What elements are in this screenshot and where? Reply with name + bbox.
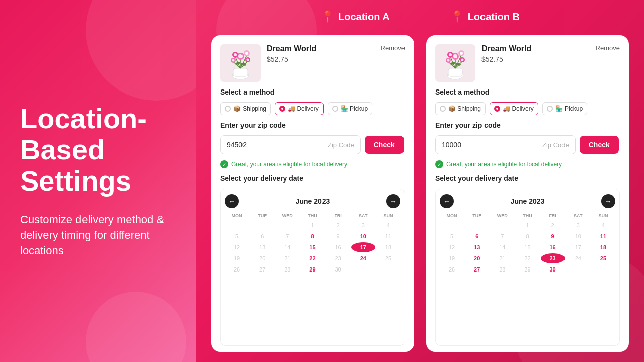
cal-day[interactable]: 26: [225, 264, 249, 275]
cal-day[interactable]: 10: [566, 231, 590, 241]
method-pickup-b[interactable]: 🏪 Pickup: [542, 102, 587, 115]
cal-day[interactable]: 14: [275, 242, 299, 252]
cal-day[interactable]: 26: [440, 264, 464, 275]
cal-day[interactable]: 17: [351, 242, 375, 252]
cal-day[interactable]: 27: [465, 264, 489, 275]
cal-day[interactable]: 25: [376, 253, 400, 263]
cal-day[interactable]: 12: [225, 242, 249, 252]
method-shipping-b[interactable]: 📦 Shipping: [435, 102, 486, 115]
cal-day[interactable]: 3: [351, 220, 375, 230]
cal-day[interactable]: 13: [465, 242, 489, 252]
cal-next-a[interactable]: →: [386, 194, 400, 208]
cal-day[interactable]: 25: [591, 253, 615, 263]
cal-day[interactable]: 4: [376, 220, 400, 230]
location-a-tab[interactable]: 📍 Location A: [290, 6, 420, 27]
remove-link-b[interactable]: Remove: [596, 44, 620, 52]
cal-day[interactable]: 5: [440, 231, 464, 241]
cal-day[interactable]: 9: [541, 231, 565, 241]
cal-day[interactable]: 27: [250, 264, 274, 275]
zip-wrapper-a: Zip Code Check: [220, 135, 405, 154]
method-delivery-label-b: 🚚 Delivery: [503, 105, 534, 112]
eligible-text-b: Great, your area is eligible for local d…: [446, 161, 562, 168]
cal-day[interactable]: 20: [250, 253, 274, 263]
cal-day[interactable]: 11: [376, 231, 400, 241]
delivery-date-label-a: Select your delivery date: [220, 174, 405, 183]
cal-day[interactable]: 24: [351, 253, 375, 263]
cal-day[interactable]: 8: [300, 231, 325, 241]
remove-link-a[interactable]: Remove: [381, 44, 405, 52]
cal-day[interactable]: 16: [541, 242, 565, 252]
cal-next-b[interactable]: →: [601, 194, 615, 208]
cal-day[interactable]: 7: [275, 231, 299, 241]
cal-day[interactable]: [591, 264, 615, 275]
cal-day[interactable]: 28: [275, 264, 299, 275]
cal-day[interactable]: 2: [326, 220, 350, 230]
zip-input-a[interactable]: [221, 136, 321, 154]
cal-day[interactable]: 3: [566, 220, 590, 230]
cal-day[interactable]: 10: [351, 231, 375, 241]
method-shipping-a[interactable]: 📦 Shipping: [220, 102, 271, 115]
cal-day[interactable]: [225, 220, 249, 230]
cal-prev-b[interactable]: ←: [440, 194, 454, 208]
cal-day[interactable]: 29: [515, 264, 539, 275]
method-pickup-a[interactable]: 🏪 Pickup: [328, 102, 372, 115]
cal-day[interactable]: 4: [591, 220, 615, 230]
cal-day[interactable]: 12: [440, 242, 464, 252]
cal-day[interactable]: 17: [566, 242, 590, 252]
cal-day[interactable]: 7: [490, 231, 514, 241]
cal-day[interactable]: [351, 264, 375, 275]
cal-day[interactable]: 6: [465, 231, 489, 241]
cal-day[interactable]: 15: [300, 242, 325, 252]
cal-day[interactable]: [250, 220, 274, 230]
cal-day[interactable]: 1: [515, 220, 539, 230]
method-delivery-a[interactable]: 🚚 Delivery: [275, 102, 324, 115]
cal-day[interactable]: 1: [300, 220, 325, 230]
cal-dow: WED: [275, 212, 299, 219]
cal-day[interactable]: [465, 220, 489, 230]
cal-day[interactable]: 20: [465, 253, 489, 263]
cal-day[interactable]: 19: [225, 253, 249, 263]
cal-day[interactable]: 24: [566, 253, 590, 263]
cal-day[interactable]: 15: [515, 242, 539, 252]
cal-day[interactable]: 6: [250, 231, 274, 241]
cal-day[interactable]: [566, 264, 590, 275]
cal-dow: MON: [440, 212, 464, 219]
svg-point-13: [245, 52, 248, 55]
cal-day[interactable]: 2: [541, 220, 565, 230]
cal-day[interactable]: 18: [376, 242, 400, 252]
cal-dow: FRI: [326, 212, 350, 219]
cal-day[interactable]: [490, 220, 514, 230]
cal-day[interactable]: 13: [250, 242, 274, 252]
cal-day[interactable]: 29: [300, 264, 325, 275]
cal-day[interactable]: 9: [326, 231, 350, 241]
cal-day[interactable]: 22: [300, 253, 325, 263]
svg-point-33: [460, 52, 463, 55]
cal-day[interactable]: 28: [490, 264, 514, 275]
cal-day[interactable]: [440, 220, 464, 230]
location-b-tab[interactable]: 📍 Location B: [420, 6, 550, 27]
cal-day[interactable]: 21: [490, 253, 514, 263]
cal-day[interactable]: 22: [515, 253, 539, 263]
cal-day[interactable]: [275, 220, 299, 230]
method-delivery-b[interactable]: 🚚 Delivery: [490, 102, 538, 115]
cal-day[interactable]: 23: [326, 253, 350, 263]
cal-prev-a[interactable]: ←: [225, 194, 239, 208]
cal-day[interactable]: 30: [326, 264, 350, 275]
cal-day[interactable]: 8: [515, 231, 539, 241]
cal-day[interactable]: [376, 264, 400, 275]
zip-input-b[interactable]: [436, 136, 536, 154]
cal-day[interactable]: 11: [591, 231, 615, 241]
cal-day[interactable]: 21: [275, 253, 299, 263]
cal-day[interactable]: 18: [591, 242, 615, 252]
cal-dow: FRI: [541, 212, 565, 219]
check-button-a[interactable]: Check: [365, 136, 404, 154]
check-button-b[interactable]: Check: [580, 136, 619, 154]
method-label-a: Select a method: [220, 88, 405, 96]
cal-day[interactable]: 5: [225, 231, 249, 241]
right-panel: 📍 Location A 📍 Location B: [196, 0, 644, 362]
cal-day[interactable]: 14: [490, 242, 514, 252]
cal-day[interactable]: 19: [440, 253, 464, 263]
cal-day[interactable]: 16: [326, 242, 350, 252]
cal-day[interactable]: 30: [541, 264, 565, 275]
cal-day[interactable]: 23: [541, 253, 565, 263]
